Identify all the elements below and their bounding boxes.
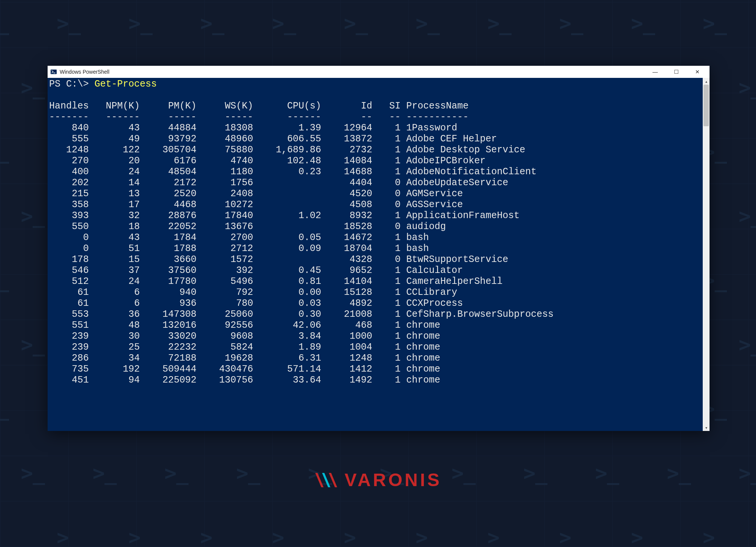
- varonis-logo-icon: [314, 471, 339, 490]
- table-row: 393 32 28876 17840 1.02 8932 1 Applicati…: [49, 210, 519, 221]
- window-title: Windows PowerShell: [60, 69, 110, 75]
- console-output[interactable]: PS C:\> Get-Process Handles NPM(K) PM(K)…: [48, 78, 703, 431]
- table-row: 512 24 17780 5496 0.81 14104 1 CameraHel…: [49, 276, 502, 287]
- table-row: 215 13 2520 2408 4520 0 AGMService: [49, 188, 463, 199]
- close-icon: ✕: [695, 69, 700, 75]
- table-row: 451 94 225092 130756 33.64 1492 1 chrome: [49, 375, 440, 386]
- powershell-icon: [51, 69, 57, 75]
- prompt-text: PS C:\>: [49, 79, 94, 90]
- table-row: 555 49 93792 48960 606.55 13872 1 Adobe …: [49, 133, 497, 144]
- maximize-button[interactable]: ☐: [666, 66, 687, 78]
- table-row: 735 192 509444 430476 571.14 1412 1 chro…: [49, 364, 440, 375]
- titlebar[interactable]: Windows PowerShell — ☐ ✕: [48, 66, 710, 78]
- scroll-up-arrow-icon[interactable]: ▴: [703, 78, 710, 85]
- scroll-track[interactable]: [703, 85, 710, 424]
- table-row: 61 6 936 780 0.03 4892 1 CCXProcess: [49, 298, 463, 309]
- table-row: 358 17 4468 10272 4508 0 AGSService: [49, 199, 463, 210]
- minimize-button[interactable]: —: [645, 66, 666, 78]
- table-row: 202 14 2172 1756 4404 0 AdobeUpdateServi…: [49, 177, 508, 188]
- table-row: 286 34 72188 19628 6.31 1248 1 chrome: [49, 353, 440, 364]
- command-text: Get-Process: [94, 79, 157, 90]
- minimize-icon: —: [652, 69, 658, 75]
- table-header: Handles NPM(K) PM(K) WS(K) CPU(s) Id SI …: [49, 101, 468, 112]
- scrollbar[interactable]: ▴ ▾: [703, 78, 710, 431]
- scroll-down-arrow-icon[interactable]: ▾: [703, 424, 710, 431]
- table-row: 551 48 132016 92556 42.06 468 1 chrome: [49, 320, 440, 331]
- close-button[interactable]: ✕: [687, 66, 708, 78]
- maximize-icon: ☐: [674, 69, 679, 75]
- table-row: 61 6 940 792 0.00 15128 1 CCLibrary: [49, 287, 457, 298]
- table-row: 239 25 22232 5824 1.89 1004 1 chrome: [49, 342, 440, 353]
- table-row: 400 24 48504 1180 0.23 14688 1 AdobeNoti…: [49, 166, 536, 177]
- table-row: 553 36 147308 25060 0.30 21008 1 CefShar…: [49, 309, 553, 320]
- table-row: 840 43 44884 18308 1.39 12964 1 1Passwor…: [49, 122, 457, 133]
- table-row: 0 43 1784 2700 0.05 14672 1 bash: [49, 232, 429, 243]
- console-area: PS C:\> Get-Process Handles NPM(K) PM(K)…: [48, 78, 710, 431]
- table-divider: ------- ------ ----- ----- ------ -- -- …: [49, 112, 468, 122]
- table-row: 546 37 37560 392 0.45 9652 1 Calculator: [49, 265, 463, 276]
- scroll-thumb[interactable]: [703, 85, 709, 126]
- varonis-logo-text: VARONIS: [345, 470, 442, 490]
- table-row: 0 51 1788 2712 0.09 18704 1 bash: [49, 243, 429, 254]
- powershell-window: Windows PowerShell — ☐ ✕ PS C:\> Get-Pro…: [48, 66, 710, 431]
- table-row: 270 20 6176 4740 102.48 14084 1 AdobeIPC…: [49, 155, 485, 166]
- varonis-logo: VARONIS: [314, 470, 442, 490]
- table-row: 1248 122 305704 75880 1,689.86 2732 1 Ad…: [49, 144, 525, 155]
- table-row: 178 15 3660 1572 4328 0 BtwRSupportServi…: [49, 254, 508, 265]
- table-row: 550 18 22052 13676 18528 0 audiodg: [49, 221, 446, 232]
- table-row: 239 30 33020 9608 3.84 1000 1 chrome: [49, 331, 440, 342]
- svg-rect-0: [51, 70, 57, 74]
